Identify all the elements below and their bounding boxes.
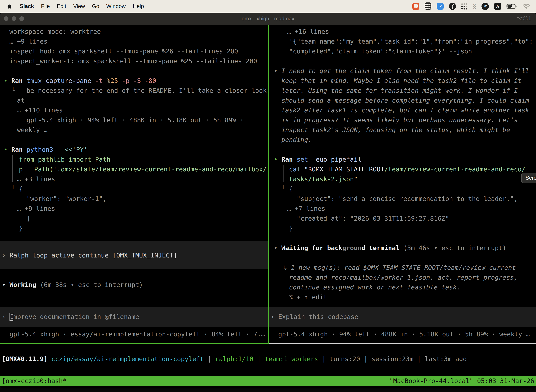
menu-item-slack[interactable]: Slack xyxy=(20,3,34,9)
right-prompt-input[interactable]: ›Explain this codebase xyxy=(269,307,536,327)
menu-bar-status-icons: § ..61 A xyxy=(412,2,530,10)
chevron-icon: › xyxy=(0,313,10,320)
window-title-bar[interactable]: omx --xhigh --madmax ⌥⌘1 xyxy=(0,13,536,25)
apple-menu-icon[interactable] xyxy=(7,4,12,9)
menu-item-help[interactable]: Help xyxy=(133,3,144,9)
menu-item-view[interactable]: View xyxy=(73,3,85,9)
left-working-status: • Working (6m 38s • esc to interrupt) xyxy=(0,280,268,290)
left-pane-output: workspace_mode: worktree… +9 linesinspec… xyxy=(0,25,268,233)
terminal-window: omx --xhigh --madmax ⌥⌘1 workspace_mode:… xyxy=(0,13,536,388)
prompt-placeholder: Explain this codebase xyxy=(278,313,358,320)
wifi-icon[interactable] xyxy=(522,3,530,9)
tmux-session-label[interactable]: [omx-cczip0:bash* xyxy=(2,376,67,386)
macos-desktop: { "menubar": { "items": ["Slack", "File"… xyxy=(0,0,536,392)
window-title: omx --xhigh --madmax xyxy=(0,13,536,25)
left-inject-banner: ›Ralph loop active continue [OMX_TMUX_IN… xyxy=(0,241,268,269)
squiggle-icon[interactable]: § xyxy=(473,2,476,10)
menu-item-edit[interactable]: Edit xyxy=(57,3,66,9)
dots-grid-icon[interactable] xyxy=(461,3,468,9)
chevron-icon: › xyxy=(269,313,278,320)
terminal-content: workspace_mode: worktree… +9 linesinspec… xyxy=(0,25,536,388)
omx-status-line: [OMX#0.11.9] cczip/essay/ai-reimplementa… xyxy=(2,354,467,364)
menu-item-window[interactable]: Window xyxy=(106,3,125,9)
menu-item-file[interactable]: File xyxy=(41,3,50,9)
tmux-host-clock: "MacBook-Pro-44.local" 05:03 31-Mar-26 xyxy=(389,376,534,386)
menu-bar-left: Slack File Edit View Go Window Help xyxy=(7,3,151,9)
tmux-panes: workspace_mode: worktree… +9 linesinspec… xyxy=(0,25,536,344)
window-shortcut-hint: ⌥⌘1 xyxy=(517,13,531,25)
menu-item-go[interactable]: Go xyxy=(92,3,99,9)
chevron-icon: › xyxy=(0,252,10,259)
battery-icon[interactable] xyxy=(507,4,517,9)
slack-status-icon[interactable] xyxy=(412,3,419,10)
menu-bar: Slack File Edit View Go Window Help § ..… xyxy=(0,0,536,13)
tmux-status-bar: [omx-cczip0:bash* "MacBook-Pro-44.local"… xyxy=(0,376,536,386)
keypad-shield-icon[interactable] xyxy=(425,2,431,10)
left-prompt-input[interactable]: ›Improve documentation in @filename xyxy=(0,307,268,327)
right-pane-statusline: gpt-5.4 xhigh · 94% left · 488K in · 5.1… xyxy=(269,329,536,339)
text-cursor: I xyxy=(10,313,13,321)
window-bottom-edge xyxy=(0,386,536,388)
dark-browser-icon[interactable] xyxy=(449,3,456,10)
output-rail xyxy=(283,165,284,182)
right-pane-output: … +16 lines'{"team_name":"my-team","task… xyxy=(269,25,536,302)
keyboard-layout-icon[interactable]: A xyxy=(494,3,501,10)
screen-overlay-tooltip: Scre xyxy=(521,173,536,183)
tmux-pane-left[interactable]: workspace_mode: worktree… +9 linesinspec… xyxy=(0,25,268,344)
messenger-icon[interactable] xyxy=(437,3,444,10)
prompt-placeholder: mprove documentation in @filename xyxy=(13,313,139,320)
badge-61-icon[interactable]: ..61 xyxy=(482,3,489,10)
inject-banner-text: Ralph loop active continue [OMX_TMUX_INJ… xyxy=(10,252,177,259)
left-pane-statusline: gpt-5.4 xhigh · essay/ai-reimplementatio… xyxy=(0,329,268,339)
tmux-pane-right[interactable]: … +16 lines'{"team_name":"my-team","task… xyxy=(269,25,536,344)
output-rail xyxy=(12,155,13,182)
